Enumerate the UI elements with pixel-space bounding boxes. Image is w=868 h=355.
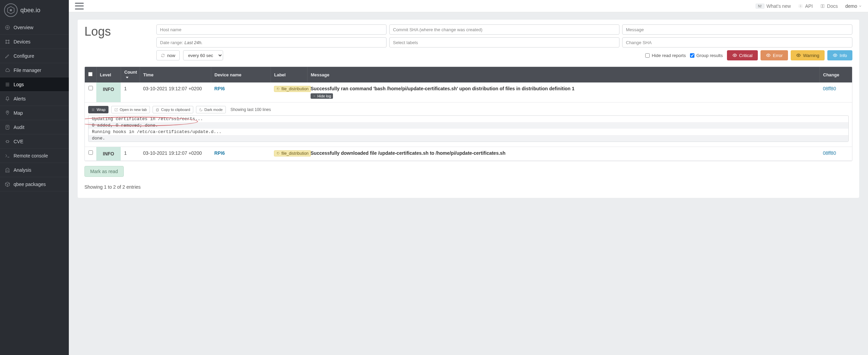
column-label[interactable]: Label — [271, 67, 307, 82]
svg-point-2 — [7, 27, 8, 28]
sidebar-item-cve[interactable]: CVE — [0, 134, 69, 149]
label-tag[interactable]: file_distribution — [274, 150, 311, 156]
labels-input[interactable] — [389, 37, 619, 48]
tag-icon — [276, 152, 280, 155]
brand-logo[interactable]: qbee.io — [0, 0, 69, 20]
sidebar-item-label: Logs — [14, 82, 24, 87]
select-all-checkbox[interactable] — [88, 72, 93, 76]
column-count[interactable]: Count — [121, 67, 140, 82]
api-link[interactable]: API — [798, 3, 813, 9]
edit-icon — [5, 53, 10, 59]
sidebar-item-qbeepackages[interactable]: qbee packages — [0, 177, 69, 191]
message-input[interactable] — [622, 24, 852, 35]
sidebar-item-label: Audit — [14, 125, 24, 130]
sidebar-item-configure[interactable]: Configure — [0, 49, 69, 63]
eye-icon — [732, 53, 737, 58]
open-new-tab-button[interactable]: Open in new tab — [111, 106, 150, 113]
svg-point-1 — [10, 9, 12, 12]
sidebar-item-map[interactable]: Map — [0, 106, 69, 120]
svg-point-6 — [6, 42, 7, 43]
bug-icon — [5, 139, 10, 144]
mark-as-read-button[interactable]: Mark as read — [84, 166, 124, 177]
message-cell: Successfully ran command 'bash /home/pi/… — [311, 86, 574, 91]
sidebar-item-analysis[interactable]: Analysis — [0, 163, 69, 177]
copy-button[interactable]: Copy to clipboard — [153, 106, 193, 113]
level-warning-button[interactable]: Warning — [791, 50, 825, 60]
level-error-button[interactable]: Error — [761, 50, 788, 60]
hide-read-checkbox-wrap[interactable]: Hide read reports — [645, 53, 686, 58]
showing-lines-label: Showing last 100 lines — [231, 107, 271, 112]
log-table: Level Count Time Device name Label Messa… — [84, 67, 852, 161]
main: N! What's new API Docs demo — [69, 0, 868, 355]
table-row[interactable]: INFO 1 03-10-2021 19:12:07 +0200 RPI6 fi… — [85, 82, 852, 102]
refresh-now-button[interactable]: now — [156, 50, 180, 60]
refresh-interval-select[interactable]: every 60 sec — [183, 50, 223, 60]
row-checkbox[interactable] — [88, 150, 93, 155]
sidebar-item-audit[interactable]: Audit — [0, 120, 69, 134]
hide-log-button[interactable]: Hide log — [311, 93, 333, 99]
docs-label: Docs — [827, 3, 838, 9]
svg-point-12 — [734, 55, 735, 56]
column-level[interactable]: Level — [96, 67, 121, 82]
change-link[interactable]: 08ff80 — [823, 150, 836, 156]
sidebar-item-alerts[interactable]: Alerts — [0, 92, 69, 106]
list-icon — [5, 82, 10, 87]
log-line: done. — [88, 135, 848, 142]
column-time[interactable]: Time — [140, 67, 211, 82]
moon-icon — [199, 108, 203, 112]
device-link[interactable]: RPI6 — [214, 150, 225, 156]
column-message[interactable]: Message — [307, 67, 820, 82]
group-results-checkbox[interactable] — [690, 53, 694, 58]
shield-icon — [5, 125, 10, 130]
building-icon — [5, 167, 10, 173]
label-tag[interactable]: file_distribution — [274, 86, 311, 92]
svg-point-8 — [7, 112, 8, 113]
table-row[interactable]: INFO 1 03-10-2021 19:12:07 +0200 RPI6 fi… — [85, 147, 852, 161]
level-critical-button[interactable]: Critical — [727, 50, 758, 60]
date-range-select[interactable]: Date range: Last 24h. — [156, 37, 387, 48]
log-line: Running hooks in /etc/ca-certificates/up… — [88, 129, 848, 135]
count-cell: 1 — [121, 147, 140, 161]
hide-read-checkbox[interactable] — [645, 53, 650, 58]
svg-point-15 — [835, 55, 836, 56]
hide-read-label: Hide read reports — [652, 53, 686, 58]
wrap-button[interactable]: Wrap — [88, 106, 108, 113]
date-range-prefix: Date range: — [160, 40, 183, 45]
whats-new-link[interactable]: N! What's new — [755, 3, 791, 9]
sidebar-item-filemanager[interactable]: File manager — [0, 63, 69, 77]
commit-sha-input[interactable] — [389, 24, 619, 35]
svg-rect-17 — [157, 108, 159, 111]
group-results-checkbox-wrap[interactable]: Group results — [690, 53, 723, 58]
device-link[interactable]: RPI6 — [214, 86, 225, 91]
column-change[interactable]: Change — [820, 67, 852, 82]
sidebar-item-overview[interactable]: Overview — [0, 20, 69, 35]
brand-text: qbee.io — [20, 7, 40, 14]
change-link[interactable]: 08ff80 — [823, 86, 836, 91]
group-results-label: Group results — [696, 53, 723, 58]
count-cell: 1 — [121, 82, 140, 102]
sidebar-item-remoteconsole[interactable]: Remote console — [0, 149, 69, 163]
change-sha-input[interactable] — [622, 37, 852, 48]
refresh-now-label: now — [167, 53, 175, 58]
host-input[interactable] — [156, 24, 387, 35]
row-checkbox[interactable] — [88, 86, 93, 90]
sidebar-item-label: Devices — [14, 39, 31, 44]
home-icon — [5, 25, 10, 30]
sidebar: qbee.io Overview Devices Configure File … — [0, 0, 69, 355]
sidebar-item-logs[interactable]: Logs — [0, 77, 69, 92]
dark-mode-button[interactable]: Dark mode — [196, 106, 226, 113]
docs-link[interactable]: Docs — [820, 3, 838, 9]
logs-card: Logs Date range: Last 24h. — [78, 20, 859, 198]
book-icon — [820, 4, 825, 8]
log-output[interactable]: Updating certificates in /etc/ssl/certs.… — [88, 115, 849, 142]
filters-row-1: Logs Date range: Last 24h. — [84, 24, 852, 48]
level-info-button[interactable]: Info — [827, 50, 852, 60]
user-menu[interactable]: demo — [845, 3, 862, 9]
svg-point-5 — [8, 40, 9, 41]
sidebar-item-devices[interactable]: Devices — [0, 35, 69, 49]
collapse-icon — [313, 94, 316, 98]
menu-toggle-icon[interactable] — [75, 3, 84, 10]
column-device[interactable]: Device name — [211, 67, 271, 82]
eye-icon — [796, 53, 801, 58]
level-cell: INFO — [96, 147, 121, 161]
